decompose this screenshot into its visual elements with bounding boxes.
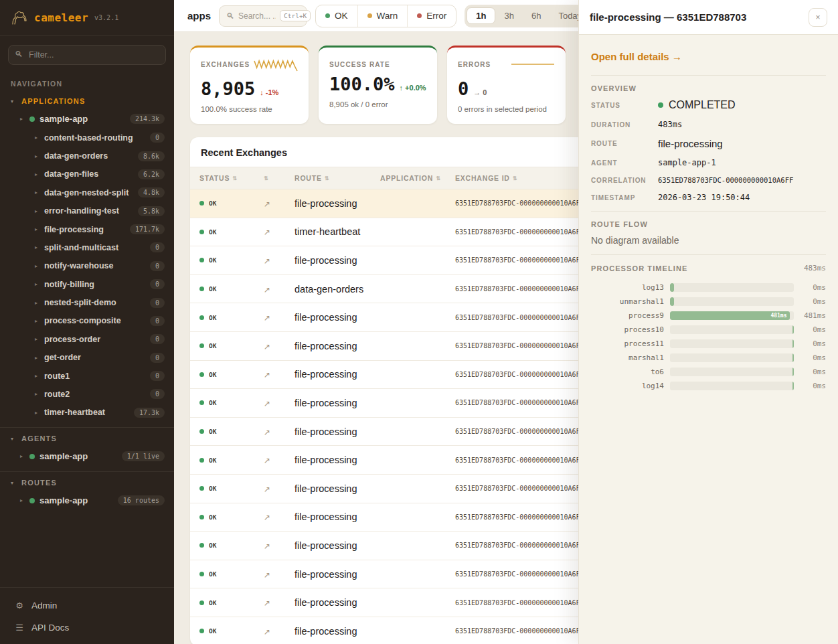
open-exchange-icon[interactable]: ↗ [264, 199, 270, 209]
sidebar-item-get-order[interactable]: ▸get-order0 [0, 349, 174, 367]
col-application[interactable]: APPLICATION⇅ [371, 167, 446, 189]
expand-cell[interactable]: ↗ [254, 483, 285, 495]
expand-cell[interactable]: ↗ [254, 340, 285, 352]
open-exchange-icon[interactable]: ↗ [264, 428, 270, 437]
sidebar-item-notify-billing[interactable]: ▸notify-billing0 [0, 275, 174, 293]
filter-input[interactable] [8, 45, 166, 65]
open-full-details-link[interactable]: Open full details → [591, 51, 682, 62]
sidebar-item-split-and-multicast[interactable]: ▸split-and-multicast0 [0, 238, 174, 256]
col-route[interactable]: ROUTE⇅ [285, 167, 371, 189]
expand-cell[interactable]: ↗ [254, 426, 285, 438]
timeline-header: PROCESSOR TIMELINE 483ms [591, 264, 826, 272]
sort-icon[interactable]: ⇅ [264, 175, 269, 181]
open-exchange-icon[interactable]: ↗ [264, 370, 270, 380]
open-exchange-icon[interactable]: ↗ [264, 485, 270, 494]
time-range-6h[interactable]: 6h [523, 8, 550, 23]
count-badge: 0 [150, 371, 165, 381]
sidebar-item-error-handling-test[interactable]: ▸error-handling-test5.8k [0, 202, 174, 220]
divider [591, 211, 826, 212]
open-exchange-icon[interactable]: ↗ [264, 542, 270, 551]
open-exchange-icon[interactable]: ↗ [264, 598, 270, 608]
sort-icon[interactable]: ⇅ [232, 175, 238, 181]
open-exchange-icon[interactable]: ↗ [264, 399, 270, 408]
sidebar-section-agents[interactable]: ▾AGENTS [0, 428, 174, 447]
open-exchange-icon[interactable]: ↗ [264, 285, 270, 295]
expand-cell[interactable]: ↗ [254, 397, 285, 409]
open-exchange-icon[interactable]: ↗ [264, 313, 270, 323]
status-cell: OK [190, 542, 254, 549]
open-exchange-icon[interactable]: ↗ [264, 570, 270, 580]
expand-cell[interactable]: ↗ [254, 226, 285, 238]
status-filter-ok[interactable]: OK [316, 5, 358, 27]
status-cell: OK [190, 570, 254, 578]
item-label: process-order [44, 335, 145, 344]
sidebar-item-nested-split-demo[interactable]: ▸nested-split-demo0 [0, 293, 174, 311]
count-badge: 0 [150, 261, 165, 271]
open-exchange-icon[interactable]: ↗ [264, 513, 270, 522]
expand-cell[interactable]: ↗ [254, 625, 285, 637]
expand-cell[interactable]: ↗ [254, 568, 285, 580]
search-icon: 🔍︎ [226, 11, 234, 21]
sidebar-item-file-processing[interactable]: ▸file-processing171.7k [0, 220, 174, 238]
chevron-right-icon: ▸ [35, 300, 39, 306]
sidebar-item-data-gen-orders[interactable]: ▸data-gen-orders8.6k [0, 147, 174, 165]
open-exchange-icon[interactable]: ↗ [264, 228, 270, 237]
sort-icon[interactable]: ⇅ [436, 175, 441, 181]
sidebar-item-timer-heartbeat[interactable]: ▸timer-heartbeat17.3k [0, 404, 174, 422]
col-status[interactable]: STATUS⇅ [190, 167, 254, 189]
expand-cell[interactable]: ↗ [254, 197, 285, 210]
sidebar-item-data-gen-nested-split[interactable]: ▸data-gen-nested-split4.8k [0, 183, 174, 202]
sidebar-item-process-composite[interactable]: ▸process-composite0 [0, 312, 174, 330]
open-exchange-icon[interactable]: ↗ [264, 256, 270, 266]
sort-icon[interactable]: ⇅ [513, 175, 518, 181]
status-dot [367, 13, 372, 18]
processor-name: log13 [591, 283, 670, 292]
search-input[interactable] [238, 11, 276, 21]
status-filter-error[interactable]: Error [408, 5, 456, 27]
count-badge: 0 [150, 242, 165, 252]
sort-icon[interactable]: ⇅ [325, 175, 330, 181]
item-label: timer-heartbeat [44, 408, 129, 417]
expand-cell[interactable]: ↗ [254, 540, 285, 552]
timeline-rows: log130msunmarshal10msprocess9481ms481msp… [591, 280, 826, 393]
sidebar-item-sample-app[interactable]: ▸sample-app214.3k [0, 109, 174, 129]
processor-duration: 0ms [794, 297, 826, 306]
sidebar-route-sample-app[interactable]: ▸sample-app16 routes [0, 491, 174, 510]
open-exchange-icon[interactable]: ↗ [264, 456, 270, 465]
chevron-right-icon: ▸ [35, 244, 39, 250]
sidebar-item-route1[interactable]: ▸route10 [0, 367, 174, 385]
sidebar-item-route2[interactable]: ▸route20 [0, 385, 174, 403]
ok-status-dot [199, 629, 204, 633]
processor-name: to6 [591, 368, 670, 376]
item-label: route2 [44, 390, 145, 399]
ok-status-dot [199, 486, 204, 491]
sidebar-section-routes[interactable]: ▾ROUTES [0, 472, 174, 491]
count-badge: 0 [150, 279, 165, 289]
status-label: OK [209, 314, 216, 321]
page-title: apps [187, 10, 211, 21]
open-exchange-icon[interactable]: ↗ [264, 342, 270, 351]
open-exchange-icon[interactable]: ↗ [264, 627, 270, 637]
expand-cell[interactable]: ↗ [254, 454, 285, 466]
expand-cell[interactable]: ↗ [254, 283, 285, 295]
close-icon[interactable]: × [809, 8, 827, 27]
expand-cell[interactable]: ↗ [254, 368, 285, 380]
expand-cell[interactable]: ↗ [254, 596, 285, 609]
status-filter-warn[interactable]: Warn [358, 5, 408, 27]
sidebar-item-content-based-routing[interactable]: ▸content-based-routing0 [0, 129, 174, 147]
sidebar-item-notify-warehouse[interactable]: ▸notify-warehouse0 [0, 257, 174, 275]
sidebar-item-api-docs[interactable]: ☰API Docs [0, 617, 174, 639]
sidebar-item-process-order[interactable]: ▸process-order0 [0, 330, 174, 348]
expand-cell[interactable]: ↗ [254, 511, 285, 523]
sidebar-item-data-gen-files[interactable]: ▸data-gen-files6.2k [0, 165, 174, 183]
expand-cell[interactable]: ↗ [254, 254, 285, 266]
sidebar-item-admin[interactable]: ⚙Admin [0, 594, 174, 617]
card-label: SUCCESS RATE [329, 57, 390, 68]
sidebar-agent-sample-app[interactable]: ▸sample-app1/1 live [0, 447, 174, 466]
col-expand[interactable]: ⇅ [254, 167, 285, 189]
time-range-1h[interactable]: 1h [467, 7, 495, 24]
time-range-3h[interactable]: 3h [495, 8, 522, 23]
sidebar-section-applications[interactable]: ▾APPLICATIONS [0, 90, 174, 109]
expand-cell[interactable]: ↗ [254, 311, 285, 323]
timeline-track [670, 368, 794, 376]
